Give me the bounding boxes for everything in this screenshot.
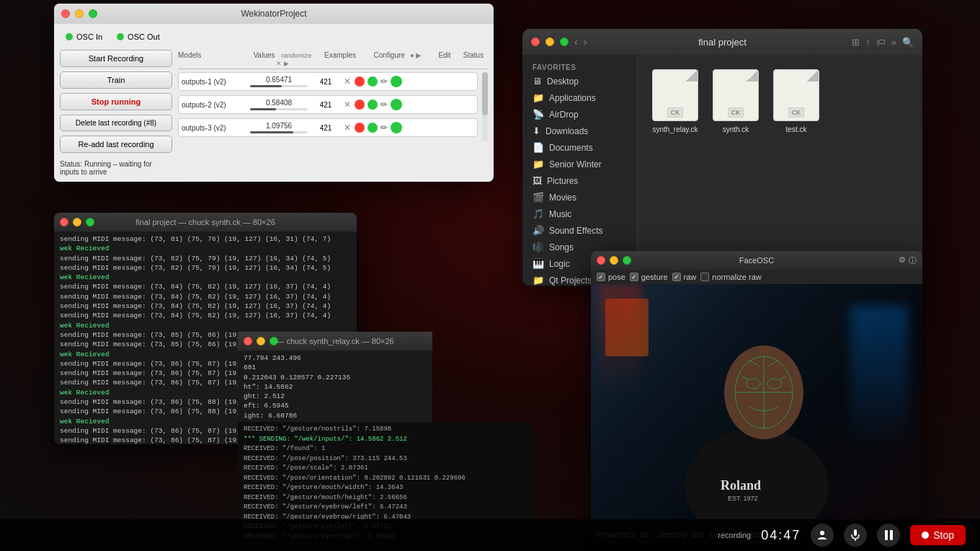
record-btn-3[interactable] [355,123,365,133]
terminal-line: ight: 6.60786 [244,411,427,420]
pause-button[interactable] [877,524,900,547]
pose-checkbox-item[interactable]: ✓ pose [597,273,625,281]
terminal-1-maximize[interactable] [86,218,94,226]
delete-model-1[interactable]: ✕ [340,76,355,87]
terminal-2-minimize[interactable] [257,337,265,345]
sidebar-item-pictures[interactable]: 🖼 Pictures [522,172,637,189]
sidebar-item-airdrop[interactable]: 📡 AirDrop [522,106,637,123]
model-controls-2: ✏ [355,99,402,110]
train-button[interactable]: Train [60,71,172,89]
pose-checkbox[interactable]: ✓ [597,273,605,281]
readd-last-recording-button[interactable]: Re-add last recording [60,136,172,153]
person-icon-button[interactable] [811,524,834,547]
col-models: Models [178,51,250,67]
microphone-icon-button[interactable] [844,524,867,547]
play-btn-3[interactable] [368,123,378,133]
wekinator-table: Models Values randomize ✕ ▶ Examples Con… [178,50,488,176]
sidebar-item-downloads[interactable]: ⬇ Downloads [522,123,637,139]
terminal-1-close[interactable] [60,218,68,226]
sidebar-item-label: Qt Projects [549,276,592,286]
desktop-icon: 🖥 [533,76,542,87]
finder-view-icon[interactable]: ⊞ [852,37,860,48]
svg-rect-14 [854,529,857,536]
table-row: outputs-1 (v2) 0.65471 421 ✕ ✏ [178,72,478,91]
finder-file-synth[interactable]: CK synth.ck [713,69,759,133]
pause-bar-left [885,530,888,540]
maximize-button[interactable] [89,9,97,18]
edit-btn-3[interactable]: ✏ [380,123,388,133]
sidebar-item-movies[interactable]: 🎬 Movies [522,189,637,206]
wall-art-1 [605,299,649,356]
terminal-1-minimize[interactable] [73,218,81,226]
model-examples-1: 421 [311,78,340,86]
raw-checkbox-item[interactable]: ✓ raw [672,273,697,281]
sidebar-item-applications[interactable]: 📁 Applications [522,89,637,106]
play-btn-1[interactable] [368,76,378,87]
stop-button[interactable]: Stop [910,525,966,545]
delete-model-3[interactable]: ✕ [340,123,355,133]
finder-search-icon[interactable]: 🔍 [902,37,914,48]
stop-running-button[interactable]: Stop running [60,93,172,110]
wekinator-content: Start Recording Train Stop running Delet… [60,50,488,176]
faceosc-settings-icon[interactable]: ⚙ [899,255,906,266]
faceosc-info-icon[interactable]: ⓘ [909,255,917,266]
sidebar-item-label: AirDrop [549,110,579,120]
finder-close-button[interactable] [531,38,540,46]
finder-chevron-icon[interactable]: » [891,37,896,48]
sidebar-item-music[interactable]: 🎵 Music [522,206,637,222]
pictures-icon: 🖼 [533,175,542,186]
minimize-button[interactable] [75,9,84,18]
model-name-3: outputs-3 (v2) [182,124,246,132]
faceosc-maximize[interactable] [623,256,631,265]
close-button[interactable] [61,9,70,18]
sidebar-item-desktop[interactable]: 🖥 Desktop [522,73,637,89]
sidebar-item-label: Desktop [547,76,579,87]
delete-last-recording-button[interactable]: Delete last recording (#8) [60,115,172,131]
edit-btn-2[interactable]: ✏ [380,100,388,110]
faceosc-minimize[interactable] [610,256,618,265]
terminal-2-close[interactable] [244,337,252,345]
finder-maximize-button[interactable] [560,38,569,46]
wekinator-title: WekinatorProject [241,9,306,19]
status-indicator-1 [391,76,402,87]
svg-point-13 [820,531,824,535]
finder-share-icon[interactable]: ↑ [865,37,870,48]
sidebar-item-label: Songs [549,242,574,252]
sidebar-item-senior-winter[interactable]: 📁 Senior Winter [522,156,637,172]
bottom-bar: recording 04:47 Stop [0,519,980,551]
sidebar-item-label: Documents [549,143,593,153]
record-btn-1[interactable] [355,76,365,87]
play-btn-2[interactable] [368,100,378,110]
faceosc-close[interactable] [597,256,605,265]
table-scrollbar[interactable] [482,72,488,141]
gesture-checkbox-item[interactable]: ✓ gesture [630,273,668,281]
start-recording-button[interactable]: Start Recording [60,50,172,67]
wekinator-status: Status: Running – waiting for inputs to … [60,160,172,176]
normalize-checkbox-item[interactable]: normalize raw [700,273,761,281]
pause-icon [885,530,893,540]
faceosc-video: Roland EST. 1972 Framerate 81, sending O… [591,284,922,544]
table-row: outputs-2 (v2) 0.58408 421 ✕ ✏ [178,95,478,114]
recording-indicator: recording [718,531,751,539]
sidebar-item-sound-effects[interactable]: 🔊 Sound Effects [522,222,637,239]
finder-minimize-button[interactable] [545,38,554,46]
sidebar-item-documents[interactable]: 📄 Documents [522,139,637,156]
finder-forward-button[interactable]: › [584,36,587,48]
finder-tag-icon[interactable]: 🏷 [876,37,886,48]
osc-out-indicator: OSC Out [117,32,160,41]
finder-file-synth-relay[interactable]: CK synth_relay.ck [652,69,698,133]
airdrop-icon: 📡 [533,109,544,120]
recording-label: recording [718,531,751,539]
faceosc-checkboxes-bar: ✓ pose ✓ gesture ✓ raw normalize raw [591,270,922,284]
terminal-2-titlebar: — chuck synth_relay.ck — 80×26 [238,332,432,351]
finder-back-button[interactable]: ‹ [574,36,578,48]
edit-btn-1[interactable]: ✏ [380,76,388,87]
record-btn-2[interactable] [355,100,365,110]
finder-file-test[interactable]: CK test.ck [773,69,819,133]
model-examples-3: 421 [311,124,340,132]
sidebar-item-label: Pictures [547,176,578,186]
delete-model-2[interactable]: ✕ [340,100,355,110]
gesture-checkbox[interactable]: ✓ [630,273,638,281]
raw-checkbox[interactable]: ✓ [672,273,681,281]
normalize-checkbox[interactable] [700,273,709,281]
